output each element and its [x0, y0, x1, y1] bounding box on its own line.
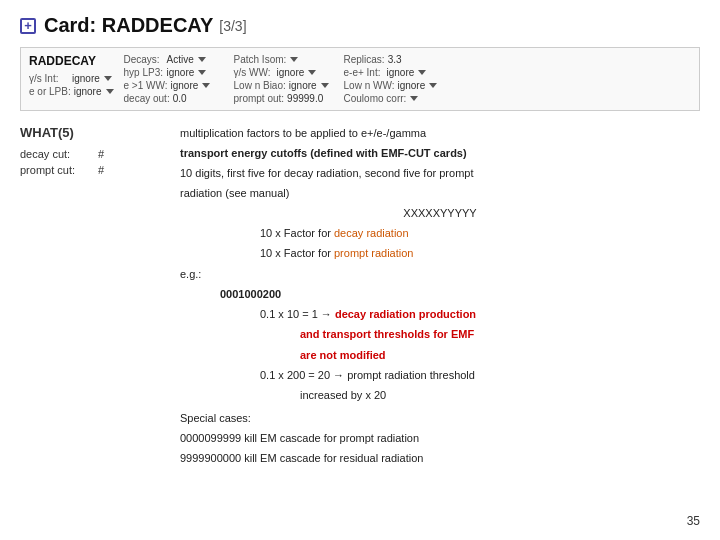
e-plus-int-value: ignore — [387, 67, 415, 78]
decays-dropdown[interactable] — [198, 57, 206, 62]
eg-line1: 0.1 x 10 = 1 → decay radiation productio… — [260, 306, 700, 323]
page-number: 35 — [687, 514, 700, 528]
card-col-replicas: Replicas: 3.3 e-e+ Int: ignore Low n WW:… — [344, 54, 444, 104]
card-row-gamma-int: γ/s Int: ignore — [29, 73, 114, 84]
eg-label: e.g.: — [180, 266, 700, 283]
prompt-out-label: prompt out: — [234, 93, 285, 104]
card-panel: RADDECAY γ/s Int: ignore e or LPB: ignor… — [20, 47, 700, 111]
plus-icon — [20, 18, 36, 34]
e-plus-int-label: e-e+ Int: — [344, 67, 384, 78]
prompt-cut-value: # — [98, 164, 104, 176]
hyp-lp3-dropdown[interactable] — [198, 70, 206, 75]
card-row-low-n-biao: Low n Biao: ignore — [234, 80, 334, 91]
card-row-gamma-ww: γ/s WW: ignore — [234, 67, 334, 78]
e-gt1-ww-label: e >1 WW: — [124, 80, 168, 91]
gamma-int-label: γ/s Int: — [29, 73, 69, 84]
card-row-coulomo: Coulomo corr: — [344, 93, 444, 104]
card-row-patch-isom: Patch Isom: — [234, 54, 334, 65]
prompt-out-value: 99999.0 — [287, 93, 323, 104]
prompt-cut-label: prompt cut: — [20, 164, 90, 176]
low-n-ww-dropdown[interactable] — [429, 83, 437, 88]
e-gt1-ww-value: ignore — [171, 80, 199, 91]
decay-cut-label: decay cut: — [20, 148, 90, 160]
param-decay-cut: decay cut: # — [20, 148, 160, 160]
e-lpb-dropdown[interactable] — [106, 89, 114, 94]
card-row-decay-out: decay out: 0.0 — [124, 93, 224, 104]
desc-line3: 10 digits, first five for decay radiatio… — [180, 165, 700, 182]
gamma-int-dropdown[interactable] — [104, 76, 112, 81]
hyp-lp3-value: ignore — [167, 67, 195, 78]
card-col-decays: Decays: Active hyp LP3: ignore e >1 WW: … — [124, 54, 224, 104]
card-row-e-lpb: e or LPB: ignore — [29, 86, 114, 97]
description-block: multiplication factors to be applied to … — [180, 125, 700, 467]
page-badge: [3/3] — [219, 18, 246, 34]
eg-value: 0001000200 — [220, 286, 700, 303]
special-line2: 9999900000 kill EM cascade for residual … — [180, 450, 700, 467]
e-plus-int-dropdown[interactable] — [418, 70, 426, 75]
decay-cut-value: # — [98, 148, 104, 160]
low-n-ww-value: ignore — [397, 80, 425, 91]
card-col-patch: Patch Isom: γ/s WW: ignore Low n Biao: i… — [234, 54, 334, 104]
title-bar: Card: RADDECAY [3/3] — [20, 14, 700, 37]
desc-prompt-factor: 10 x Factor for prompt radiation — [260, 245, 700, 262]
gamma-ww-value: ignore — [277, 67, 305, 78]
gamma-int-value: ignore — [72, 73, 100, 84]
page: Card: RADDECAY [3/3] RADDECAY γ/s Int: i… — [0, 0, 720, 540]
desc-line4: radiation (see manual) — [180, 185, 700, 202]
desc-decay-factor: 10 x Factor for decay radiation — [260, 225, 700, 242]
eg-line3: are not modified — [300, 347, 700, 364]
special-line1: 0000099999 kill EM cascade for prompt ra… — [180, 430, 700, 447]
card-col-name: RADDECAY γ/s Int: ignore e or LPB: ignor… — [29, 54, 114, 104]
desc-xy-block: XXXXXYYYYY — [180, 205, 700, 222]
hyp-lp3-label: hyp LP3: — [124, 67, 164, 78]
card-row-e-plus-int: e-e+ Int: ignore — [344, 67, 444, 78]
card-row-hyp-lp3: hyp LP3: ignore — [124, 67, 224, 78]
card-row-prompt-out: prompt out: 99999.0 — [234, 93, 334, 104]
decays-label: Decays: — [124, 54, 164, 65]
eg-line4: 0.1 x 200 = 20 → prompt radiation thresh… — [260, 367, 700, 384]
card-row-replicas: Replicas: 3.3 — [344, 54, 444, 65]
gamma-ww-label: γ/s WW: — [234, 67, 274, 78]
card-name: RADDECAY — [29, 54, 114, 68]
low-n-biao-label: Low n Biao: — [234, 80, 286, 91]
e-gt1-ww-dropdown[interactable] — [202, 83, 210, 88]
decays-value: Active — [167, 54, 194, 65]
param-prompt-cut: prompt cut: # — [20, 164, 160, 176]
gamma-ww-dropdown[interactable] — [308, 70, 316, 75]
low-n-ww-label: Low n WW: — [344, 80, 395, 91]
left-column: WHAT(5) decay cut: # prompt cut: # — [20, 125, 160, 470]
right-column: multiplication factors to be applied to … — [180, 125, 700, 470]
eg-line2: and transport thresholds for EMF — [300, 326, 700, 343]
desc-line1: multiplication factors to be applied to … — [180, 125, 700, 142]
what-label: WHAT(5) — [20, 125, 160, 140]
decay-out-label: decay out: — [124, 93, 170, 104]
patch-isom-label: Patch Isom: — [234, 54, 287, 65]
low-n-biao-dropdown[interactable] — [321, 83, 329, 88]
low-n-biao-value: ignore — [289, 80, 317, 91]
e-lpb-label: e or LPB: — [29, 86, 71, 97]
decay-out-value: 0.0 — [173, 93, 187, 104]
coulomo-dropdown[interactable] — [410, 96, 418, 101]
replicas-value: 3.3 — [388, 54, 402, 65]
patch-isom-dropdown[interactable] — [290, 57, 298, 62]
eg-line5: increased by x 20 — [300, 387, 700, 404]
page-title: Card: RADDECAY — [44, 14, 213, 37]
desc-line2: transport energy cutoffs (defined with E… — [180, 145, 700, 162]
main-content: WHAT(5) decay cut: # prompt cut: # multi… — [20, 125, 700, 470]
card-row-e-gt1-ww: e >1 WW: ignore — [124, 80, 224, 91]
card-row-low-n-ww: Low n WW: ignore — [344, 80, 444, 91]
e-lpb-value: ignore — [74, 86, 102, 97]
card-row-decays: Decays: Active — [124, 54, 224, 65]
replicas-label: Replicas: — [344, 54, 385, 65]
coulomo-label: Coulomo corr: — [344, 93, 407, 104]
special-label: Special cases: — [180, 410, 700, 427]
